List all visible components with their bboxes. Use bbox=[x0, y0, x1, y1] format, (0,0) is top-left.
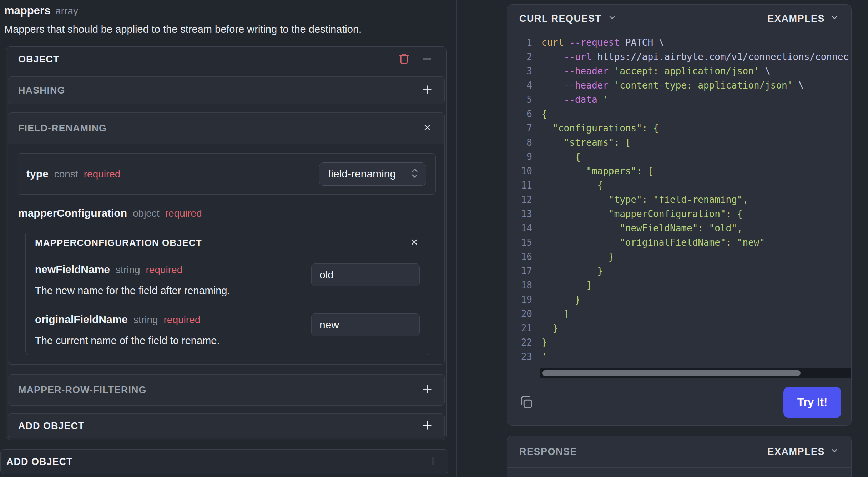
section-field-renaming: FIELD-RENAMING type const required field… bbox=[8, 112, 445, 365]
curl-request-dropdown[interactable]: CURL REQUEST bbox=[519, 13, 617, 25]
code-text: { bbox=[541, 178, 603, 192]
code-text: "originalFieldName": "new" bbox=[541, 235, 765, 250]
code-line: 13 "mapperConfiguration": { bbox=[507, 207, 851, 221]
code-text: ' bbox=[541, 350, 547, 364]
examples-label: EXAMPLES bbox=[767, 446, 825, 457]
code-line: 15 "originalFieldName": "new" bbox=[507, 235, 851, 250]
code-line: 22} bbox=[507, 335, 851, 350]
field-required-badge: required bbox=[146, 264, 183, 276]
section-hashing[interactable]: HASHING bbox=[8, 76, 445, 104]
try-it-button[interactable]: Try It! bbox=[783, 387, 841, 418]
scrollbar-thumb[interactable] bbox=[542, 370, 801, 376]
code-line: 7 "configurations": { bbox=[507, 121, 851, 135]
code-line: 17 } bbox=[507, 264, 851, 278]
code-footer: Try It! bbox=[507, 379, 852, 426]
copy-icon bbox=[518, 394, 534, 411]
section-field-renaming-label: FIELD-RENAMING bbox=[18, 123, 107, 134]
code-line: 10 "mappers": [ bbox=[507, 164, 851, 178]
code-lines: 1curl --request PATCH \2 --url https://a… bbox=[507, 35, 851, 364]
line-number: 10 bbox=[507, 164, 541, 178]
response-examples-dropdown[interactable]: EXAMPLES bbox=[767, 446, 839, 458]
field-name: mapperConfiguration bbox=[18, 207, 127, 219]
close-icon[interactable] bbox=[422, 122, 432, 134]
new-field-name-row: newFieldName string required The new nam… bbox=[26, 255, 429, 305]
code-text: "type": "field-renaming", bbox=[541, 192, 748, 207]
section-mapper-row-filtering[interactable]: MAPPER-ROW-FILTERING bbox=[8, 374, 445, 406]
section-field-renaming-header[interactable]: FIELD-RENAMING bbox=[8, 113, 444, 144]
code-line: 3 --header 'accept: application/json' \ bbox=[507, 64, 851, 78]
property-title: mappers array bbox=[4, 4, 78, 17]
delete-object-button[interactable] bbox=[397, 52, 411, 67]
code-line: 4 --header 'content-type: application/js… bbox=[507, 78, 851, 92]
line-number: 6 bbox=[507, 107, 541, 121]
line-number: 23 bbox=[507, 350, 541, 364]
code-line: 9 { bbox=[507, 150, 851, 164]
close-icon[interactable] bbox=[410, 237, 419, 248]
line-number: 13 bbox=[507, 207, 541, 221]
add-object-button[interactable]: ADD OBJECT bbox=[8, 413, 445, 438]
section-hashing-label: HASHING bbox=[18, 85, 65, 96]
code-line: 18 ] bbox=[507, 278, 851, 292]
new-field-name-input[interactable] bbox=[311, 263, 420, 286]
line-number: 5 bbox=[507, 92, 541, 107]
line-number: 14 bbox=[507, 221, 541, 235]
code-text: "newFieldName": "old", bbox=[541, 221, 743, 235]
object-card: OBJECT HASHING bbox=[6, 46, 447, 440]
code-line: 23' bbox=[507, 350, 851, 364]
code-line: 11 { bbox=[507, 178, 851, 192]
curl-request-panel: CURL REQUEST EXAMPLES 1curl --request PA… bbox=[507, 4, 852, 426]
mapper-configuration-object-title: MAPPERCONFIGURATION OBJECT bbox=[35, 237, 202, 248]
line-number: 17 bbox=[507, 264, 541, 278]
code-text: --header 'content-type: application/json… bbox=[541, 78, 804, 92]
code-text: curl --request PATCH \ bbox=[541, 35, 664, 50]
object-card-header: OBJECT bbox=[6, 47, 446, 72]
line-number: 3 bbox=[507, 64, 541, 78]
type-select[interactable]: field-renaming bbox=[319, 162, 426, 186]
property-name: mappers bbox=[4, 4, 50, 17]
code-text: "mapperConfiguration": { bbox=[541, 207, 743, 221]
code-text: { bbox=[541, 150, 581, 164]
horizontal-scrollbar[interactable] bbox=[540, 368, 851, 378]
field-required-badge: required bbox=[84, 169, 121, 180]
plus-icon[interactable] bbox=[422, 84, 433, 97]
field-kind: object bbox=[133, 208, 160, 219]
field-name: originalFieldName bbox=[35, 313, 128, 326]
trash-icon bbox=[397, 52, 411, 67]
line-number: 12 bbox=[507, 192, 541, 207]
code-text: ] bbox=[541, 307, 569, 321]
collapse-object-button[interactable] bbox=[421, 53, 433, 66]
code-line: 19 } bbox=[507, 292, 851, 307]
property-description: Mappers that should be applied to the st… bbox=[4, 24, 362, 35]
copy-code-button[interactable] bbox=[518, 394, 534, 411]
mapper-configuration-label: mapperConfiguration object required bbox=[18, 207, 436, 219]
curl-examples-dropdown[interactable]: EXAMPLES bbox=[767, 13, 839, 25]
line-number: 15 bbox=[507, 235, 541, 250]
code-text: ] bbox=[541, 278, 592, 292]
property-type: array bbox=[55, 5, 78, 17]
line-number: 22 bbox=[507, 335, 541, 350]
scrollbar-track-line[interactable] bbox=[465, 0, 465, 477]
code-line: 5 --data ' bbox=[507, 92, 851, 107]
column-divider bbox=[456, 0, 457, 477]
line-number: 21 bbox=[507, 321, 541, 335]
original-field-name-input[interactable] bbox=[311, 313, 420, 336]
plus-icon[interactable] bbox=[422, 383, 433, 396]
root-add-object-button[interactable]: ADD OBJECT bbox=[0, 449, 448, 474]
object-card-title: OBJECT bbox=[18, 54, 60, 65]
code-line: 2 --url https://api.airbyte.com/v1/conne… bbox=[507, 50, 851, 64]
code-line: 16 } bbox=[507, 250, 851, 264]
section-mapper-row-filtering-label: MAPPER-ROW-FILTERING bbox=[18, 385, 146, 396]
code-text: "mappers": [ bbox=[541, 164, 653, 178]
code-text: } bbox=[541, 264, 603, 278]
line-number: 2 bbox=[507, 50, 541, 64]
code-line: 14 "newFieldName": "old", bbox=[507, 221, 851, 235]
code-line: 21 } bbox=[507, 321, 851, 335]
chevron-down-icon bbox=[830, 13, 839, 25]
mapper-configuration-object-card: MAPPERCONFIGURATION OBJECT newFieldName … bbox=[25, 231, 429, 355]
code-line: 20 ] bbox=[507, 307, 851, 321]
line-number: 1 bbox=[507, 35, 541, 50]
code-text: "configurations": { bbox=[541, 121, 659, 135]
minus-icon bbox=[421, 53, 433, 66]
chevron-up-down-icon bbox=[409, 166, 420, 181]
field-required-badge: required bbox=[165, 208, 202, 219]
